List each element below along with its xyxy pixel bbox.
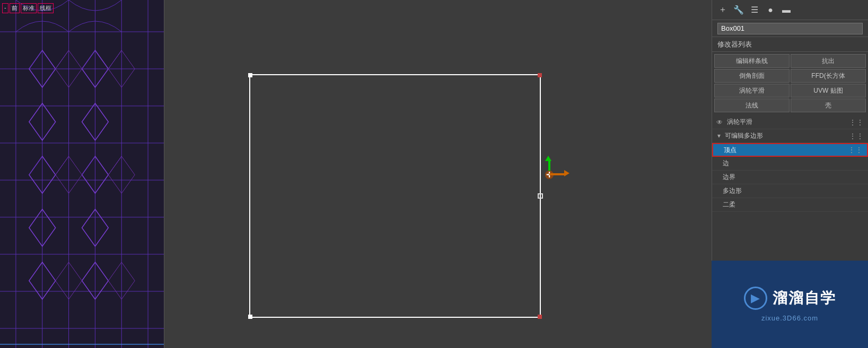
corner-tr xyxy=(538,73,542,77)
btn-normals[interactable]: 法线 xyxy=(714,99,790,112)
corner-bl xyxy=(248,315,252,319)
mod-label-polygon: 多边形 xyxy=(723,186,864,195)
object-name-input[interactable] xyxy=(717,23,863,34)
mod-item-editable-poly[interactable]: ▼ 可编辑多边形 ⋮⋮ xyxy=(712,129,868,143)
watermark-text-big: 溜溜自学 xyxy=(773,288,836,308)
corner-br xyxy=(538,315,542,319)
center-square xyxy=(249,74,541,318)
label-minus[interactable]: - xyxy=(2,3,8,13)
mod-label-element: 二柔 xyxy=(723,200,864,209)
label-front[interactable]: 前 xyxy=(10,3,20,13)
watermark-logo-icon: ▶ xyxy=(744,287,767,310)
label-wireframe[interactable]: 线框 xyxy=(38,3,54,13)
btn-ffd[interactable]: FFD(长方体 xyxy=(791,69,866,83)
mod-label-border: 边界 xyxy=(723,173,864,182)
mod-label-turbosmooth: 涡轮平滑 xyxy=(727,118,846,127)
btn-shell[interactable]: 壳 xyxy=(791,99,866,112)
object-name-bar xyxy=(712,20,868,37)
wireframe-svg xyxy=(0,0,164,348)
mod-label-edge: 边 xyxy=(723,159,864,168)
watermark-site: zixue.3D66.com xyxy=(761,314,818,322)
mod-item-edge[interactable]: 边 xyxy=(712,157,868,171)
watermark-logo-row: ▶ 溜溜自学 xyxy=(744,287,836,310)
corner-tl xyxy=(248,73,252,77)
mod-label-vertex: 顶点 xyxy=(724,146,845,155)
btn-edit-spline[interactable]: 编辑样条线 xyxy=(714,54,790,68)
watermark-play-icon: ▶ xyxy=(751,291,760,305)
add-icon[interactable]: ＋ xyxy=(716,4,729,16)
list-icon[interactable]: ☰ xyxy=(748,4,761,16)
gizmo-x-axis xyxy=(549,173,565,175)
center-viewport[interactable]: ✛ xyxy=(164,0,712,348)
viewport-label-left: - 前 标准 线框 xyxy=(2,3,54,13)
expand-arrow-poly: ▼ xyxy=(716,133,722,139)
mod-item-vertex[interactable]: 顶点 ⋮⋮ xyxy=(712,143,868,157)
mod-item-polygon[interactable]: 多边形 xyxy=(712,184,868,198)
mod-item-element[interactable]: 二柔 xyxy=(712,198,868,212)
modifier-grid: 编辑样条线 抗出 倒角剖面 FFD(长方体 涡轮平滑 UVW 贴图 法线 壳 xyxy=(712,52,868,114)
mod-item-turbosmooth[interactable]: 👁 涡轮平滑 ⋮⋮ xyxy=(712,115,868,129)
modifier-icon[interactable]: 🔧 xyxy=(732,4,745,16)
svg-rect-0 xyxy=(0,0,164,348)
right-panel: ＋ 🔧 ☰ ● ▬ 修改器列表 编辑样条线 抗出 倒角剖面 FFD(长方体 涡轮… xyxy=(712,0,868,348)
move-gizmo: ✛ xyxy=(533,159,565,191)
left-viewport[interactable]: - 前 标准 线框 xyxy=(0,0,164,348)
handle-right-mid xyxy=(538,193,543,199)
label-standard[interactable]: 标准 xyxy=(21,3,37,13)
btn-turbosmooth[interactable]: 涡轮平滑 xyxy=(714,84,790,97)
watermark-area: ▶ 溜溜自学 zixue.3D66.com xyxy=(712,261,868,348)
eye-icon-turbosmooth: 👁 xyxy=(716,119,724,126)
btn-bevel-profile[interactable]: 倒角剖面 xyxy=(714,69,790,83)
btn-uvw[interactable]: UVW 贴图 xyxy=(791,84,866,97)
rect-icon[interactable]: ▬ xyxy=(780,4,793,16)
mod-item-border[interactable]: 边界 xyxy=(712,171,868,184)
modifiers-section-label: 修改器列表 xyxy=(717,40,752,49)
dots-icon-poly: ⋮⋮ xyxy=(849,132,864,140)
modifiers-section-header: 修改器列表 xyxy=(712,37,868,52)
btn-extrude[interactable]: 抗出 xyxy=(791,54,866,68)
circle-icon[interactable]: ● xyxy=(764,4,777,16)
dots-icon-turbosmooth: ⋮⋮ xyxy=(849,118,864,127)
panel-toolbar: ＋ 🔧 ☰ ● ▬ xyxy=(712,0,868,20)
gizmo-x-arrow xyxy=(564,170,569,176)
dots-icon-vertex: ⋮⋮ xyxy=(848,146,863,154)
mod-label-editable-poly: 可编辑多边形 xyxy=(725,131,846,140)
